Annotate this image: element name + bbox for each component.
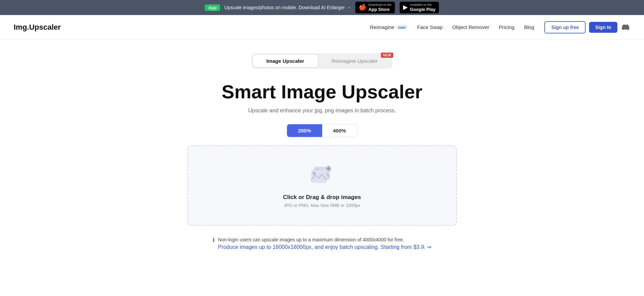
hero-subtitle: Upscale and enhance your jpg, png images…: [248, 108, 396, 114]
nav-pricing[interactable]: Pricing: [496, 22, 518, 32]
info-link[interactable]: Produce images up to 16000x16000px, and …: [218, 244, 432, 250]
reimagine-tab-new-ribbon: NEW: [381, 53, 393, 58]
scale-400-button[interactable]: 400%: [322, 124, 357, 137]
info-text: Non-login users can upscale images up to…: [218, 237, 404, 242]
svg-rect-2: [311, 170, 327, 183]
reimagine-new-badge: new: [396, 25, 407, 30]
nav-reimagine[interactable]: Reimagine new: [367, 22, 411, 32]
nav-pricing-label: Pricing: [499, 24, 515, 30]
scale-buttons: 200% 400%: [287, 124, 357, 137]
appstore-button[interactable]: 🍎 Download on the App Store: [355, 1, 395, 14]
header: Img.Upscaler Reimagine new Face Swap Obj…: [0, 15, 644, 40]
nav-reimagine-label: Reimagine: [370, 24, 395, 30]
googleplay-sublabel: Available on the: [410, 3, 435, 7]
hero-title: Smart Image Upscaler: [221, 81, 422, 103]
logo[interactable]: Img.Upscaler: [14, 23, 61, 32]
info-icon: ℹ: [213, 237, 215, 243]
googleplay-button[interactable]: ▶ Available on the Google Play: [399, 1, 439, 14]
nav-blog-label: Blog: [524, 24, 534, 30]
header-actions: Sign up free Sign In: [544, 21, 630, 33]
nav-objectremover[interactable]: Object Remover: [449, 22, 492, 32]
nav-objectremover-label: Object Remover: [452, 24, 489, 30]
signin-button[interactable]: Sign In: [589, 22, 617, 33]
nav-faceswap-label: Face Swap: [417, 24, 443, 30]
discord-icon[interactable]: [621, 23, 630, 32]
tab-reimagine-upscaler[interactable]: Reimagine Upscaler NEW: [318, 55, 391, 67]
scale-200-button[interactable]: 200%: [287, 124, 322, 137]
tabs-container: Image Upscaler Reimagine Upscaler NEW: [252, 53, 393, 69]
banner-text: Upscale images/photos on mobile. Downloa…: [224, 5, 351, 10]
nav-faceswap[interactable]: Face Swap: [414, 22, 446, 32]
app-badge: App: [205, 4, 220, 11]
googleplay-name: Google Play: [410, 7, 435, 12]
tab-image-upscaler[interactable]: Image Upscaler: [253, 55, 318, 67]
drop-subtitle: JPG or PNG. Max Size 5MB or 1000px: [284, 203, 360, 208]
upload-icon: [309, 163, 336, 188]
drop-title: Click or Drag & drop images: [283, 194, 361, 201]
info-section: ℹ Non-login users can upscale images up …: [213, 236, 432, 250]
signup-button[interactable]: Sign up free: [544, 21, 586, 33]
main-content: Image Upscaler Reimagine Upscaler NEW Sm…: [0, 40, 644, 271]
appstore-sublabel: Download on the: [368, 3, 391, 7]
nav: Reimagine new Face Swap Object Remover P…: [367, 22, 538, 32]
top-banner: App Upscale images/photos on mobile. Dow…: [0, 0, 644, 15]
googleplay-icon: ▶: [403, 4, 408, 11]
nav-blog[interactable]: Blog: [520, 22, 538, 32]
svg-point-3: [313, 172, 316, 175]
apple-icon: 🍎: [359, 4, 366, 11]
drop-zone[interactable]: Click or Drag & drop images JPG or PNG. …: [187, 145, 457, 226]
appstore-name: App Store: [368, 7, 391, 12]
